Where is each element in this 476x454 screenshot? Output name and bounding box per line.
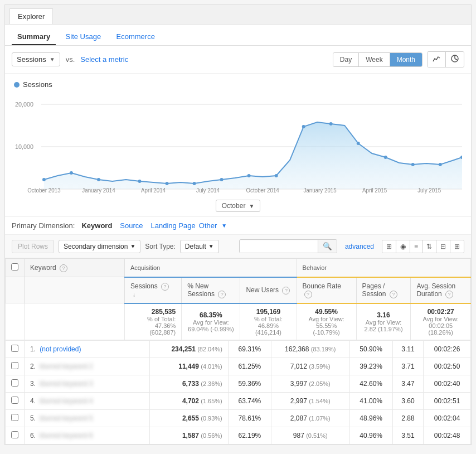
tab-ecommerce[interactable]: Ecommerce <box>111 29 161 44</box>
behavior-group-header: Behavior <box>297 259 470 277</box>
pct-new-cell-5: 78.61% <box>228 409 271 427</box>
row-checkbox-1[interactable] <box>11 345 18 352</box>
tab-summary[interactable]: Summary <box>12 29 56 45</box>
table-view-button[interactable]: ⊞ <box>450 240 464 253</box>
pages-help-icon[interactable]: ? <box>390 291 397 298</box>
metric-dropdown[interactable]: Sessions ▼ <box>12 52 60 66</box>
day-button[interactable]: Day <box>333 53 359 66</box>
row-checkbox-2[interactable] <box>11 362 18 369</box>
chart-legend: Sessions <box>14 80 462 89</box>
pct-new-cell-1: 69.31% <box>228 340 271 358</box>
row-checkbox-cell[interactable] <box>6 340 25 358</box>
bounce-rate-col-header[interactable]: Bounce Rate ? <box>297 277 356 303</box>
svg-point-17 <box>302 125 305 128</box>
bounce-help-icon[interactable]: ? <box>304 291 312 298</box>
pages-cell-6: 3.51 <box>392 427 423 444</box>
bounce-cell-2: 39.23% <box>349 358 392 375</box>
table-toolbar: Plot Rows Secondary dimension ▼ Sort Typ… <box>5 234 471 258</box>
explorer-tab-bar: Explorer <box>5 5 471 25</box>
table-row: 4. blurred keyword 4 4,702 (1.65%) 63.74… <box>6 392 471 409</box>
svg-text:July 2014: July 2014 <box>196 187 220 194</box>
row-number-4: 4. <box>30 397 36 405</box>
primary-dimension-row: Primary Dimension: Keyword Source Landin… <box>5 216 471 234</box>
keyword-link[interactable]: blurred keyword 5 <box>40 414 93 422</box>
keyword-cell-6: 6. blurred keyword 6 <box>25 427 150 444</box>
primary-dim-source[interactable]: Source <box>120 221 143 230</box>
table-row: 6. blurred keyword 6 1,587 (0.56%) 62.19… <box>6 427 471 444</box>
legend-label: Sessions <box>23 80 52 89</box>
svg-point-18 <box>329 122 333 125</box>
total-duration: 00:02:27 Avg for View: 00:02:05 (18.26%) <box>411 303 471 340</box>
keyword-link[interactable]: blurred keyword 3 <box>40 380 93 388</box>
pct-new-cell-3: 59.36% <box>228 375 271 392</box>
table-row: 3. blurred keyword 3 6,733 (2.36%) 59.36… <box>6 375 471 392</box>
sort-arrow-icon: ▼ <box>208 243 214 249</box>
secondary-dim-arrow-icon: ▼ <box>130 243 135 249</box>
select-all-checkbox[interactable] <box>11 263 18 271</box>
pie-chart-button[interactable] <box>446 52 464 67</box>
row-checkbox-4[interactable] <box>11 397 18 404</box>
week-button[interactable]: Week <box>359 53 390 66</box>
tab-site-usage[interactable]: Site Usage <box>60 29 107 44</box>
sessions-col-header[interactable]: Sessions ? ↓ <box>125 277 182 303</box>
pct-new-help-icon[interactable]: ? <box>218 291 226 298</box>
total-bounce: 49.55% Avg for View: 55.55% (-10.79%) <box>297 303 356 340</box>
avg-duration-col-header[interactable]: Avg. Session Duration ? <box>411 277 471 303</box>
compare-view-button[interactable]: ⇅ <box>422 240 436 253</box>
select-all-checkbox-header[interactable] <box>6 259 25 277</box>
keyword-cell-5: 5. blurred keyword 5 <box>25 409 150 427</box>
select-metric-link[interactable]: Select a metric <box>80 55 128 64</box>
row-checkbox-5[interactable] <box>11 414 18 421</box>
sessions-sort-icon: ↓ <box>133 292 135 298</box>
svg-point-15 <box>247 174 251 177</box>
primary-dim-other[interactable]: Other ▼ <box>199 221 230 230</box>
pivot-view-button[interactable]: ⊟ <box>436 240 450 253</box>
row-checkbox-cell[interactable] <box>6 409 25 427</box>
keyword-cell-2: 2. blurred keyword 2 <box>25 358 150 375</box>
date-dropdown[interactable]: October ▼ <box>216 200 261 212</box>
plot-rows-button[interactable]: Plot Rows <box>12 240 54 253</box>
keyword-cell-4: 4. blurred keyword 4 <box>25 392 150 409</box>
row-checkbox-cell[interactable] <box>6 427 25 444</box>
keyword-link[interactable]: blurred keyword 6 <box>40 432 93 439</box>
sort-type-dropdown[interactable]: Default ▼ <box>180 240 219 253</box>
row-checkbox-6[interactable] <box>11 431 18 438</box>
pct-new-cell-4: 63.74% <box>228 392 271 409</box>
keyword-help-icon[interactable]: ? <box>60 264 67 272</box>
month-button[interactable]: Month <box>390 53 422 66</box>
grid-view-button[interactable]: ⊞ <box>382 240 396 253</box>
keyword-link[interactable]: blurred keyword 2 <box>40 363 93 370</box>
bar-view-button[interactable]: ≡ <box>410 240 422 253</box>
row-checkbox-3[interactable] <box>11 379 18 387</box>
advanced-link[interactable]: advanced <box>345 243 374 250</box>
row-checkbox-cell[interactable] <box>6 392 25 409</box>
date-range-row: October ▼ <box>5 197 471 216</box>
explorer-tab[interactable]: Explorer <box>9 8 53 24</box>
pct-new-sessions-col-header[interactable]: % New Sessions ? <box>182 277 240 303</box>
pie-view-button[interactable]: ◉ <box>396 240 410 253</box>
keyword-cell-1: 1. (not provided) <box>25 340 150 358</box>
new-users-help-icon[interactable]: ? <box>282 287 290 294</box>
pages-session-col-header[interactable]: Pages / Session ? <box>356 277 411 303</box>
totals-row: 285,535 % of Total: 47.36% (602,887) 68.… <box>6 303 471 340</box>
svg-point-13 <box>193 182 196 185</box>
bounce-cell-5: 48.96% <box>349 409 392 427</box>
svg-point-22 <box>439 163 442 166</box>
search-button[interactable]: 🔍 <box>318 240 337 253</box>
search-input[interactable] <box>240 240 318 253</box>
pages-cell-3: 3.47 <box>392 375 423 392</box>
row-checkbox-cell[interactable] <box>6 358 25 375</box>
keyword-link[interactable]: blurred keyword 4 <box>40 397 93 405</box>
dropdown-arrow-icon: ▼ <box>50 56 55 62</box>
svg-text:July 2015: July 2015 <box>417 187 441 194</box>
secondary-dimension-dropdown[interactable]: Secondary dimension ▼ <box>59 240 140 253</box>
sessions-help-icon[interactable]: ? <box>161 283 169 291</box>
primary-dim-landing-page[interactable]: Landing Page <box>151 221 196 230</box>
row-number-2: 2. <box>30 363 36 370</box>
keyword-link[interactable]: (not provided) <box>40 345 81 353</box>
duration-help-icon[interactable]: ? <box>445 291 453 298</box>
svg-point-11 <box>138 180 142 183</box>
row-checkbox-cell[interactable] <box>6 375 25 392</box>
line-chart-button[interactable] <box>428 52 446 67</box>
new-users-col-header[interactable]: New Users ? <box>240 277 297 303</box>
